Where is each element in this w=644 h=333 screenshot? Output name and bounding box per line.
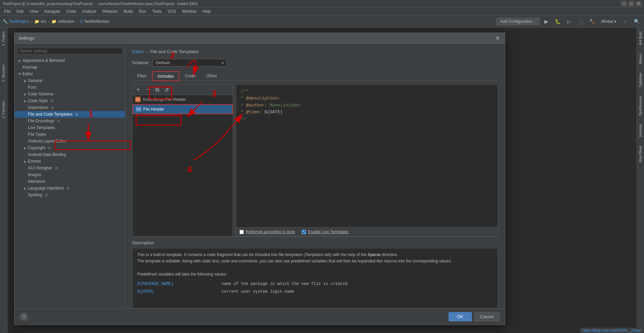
tree-label-file-types: File Types	[28, 132, 46, 137]
menu-vcs[interactable]: VCS	[165, 8, 179, 14]
copy-icon-file-code-templates: ⧉	[75, 112, 78, 117]
breadcrumb-reflection[interactable]: reflection	[58, 19, 74, 24]
scheme-select[interactable]: Default Project	[153, 59, 227, 67]
maven-tab[interactable]: Maven	[638, 51, 643, 67]
menu-build[interactable]: Build	[121, 8, 136, 14]
var-row-package: ${PACKAGE_NAME} name of the package in w…	[137, 280, 493, 288]
tree-item-spelling[interactable]: Spelling ⧉	[14, 192, 125, 198]
copy-icon-language-injections: ⧉	[67, 186, 69, 191]
add-template-button[interactable]: +	[135, 86, 142, 93]
live-templates-label[interactable]: Enable Live Templates	[308, 230, 349, 234]
tab-other[interactable]: Other	[201, 71, 222, 81]
stop-button[interactable]: ⬛	[576, 17, 585, 26]
left-side-tabs: 1: Project 2: Structure 2: Favorites	[0, 28, 7, 333]
tree-label-live-templates: Live Templates	[28, 125, 55, 130]
template-item-file-header[interactable]: FH File Header	[132, 104, 233, 114]
var-package-name: ${PACKAGE_NAME}	[137, 280, 222, 288]
menu-file[interactable]: File	[1, 8, 13, 14]
search-everywhere-button[interactable]: 🔍	[632, 17, 641, 26]
code-editor[interactable]: /** * @description: * @author: ManolinCo…	[236, 85, 498, 227]
ant-build-tab[interactable]: Ant Build	[638, 29, 643, 48]
project-tab[interactable]: 1: Project	[1, 29, 6, 48]
tab-code[interactable]: Code	[180, 71, 200, 81]
dialog-footer: ? OK Cancel	[14, 308, 505, 325]
tree-item-gui-designer[interactable]: GUI Designer ⧉	[14, 165, 125, 171]
breadcrumb-editor[interactable]: Editor	[132, 49, 144, 54]
jrebel-dropdown[interactable]: JRebel ▾	[599, 19, 618, 24]
template-list: AS ActionScript File Header FH File Head…	[132, 95, 233, 236]
template-item-actionscript[interactable]: AS ActionScript File Header	[132, 95, 233, 104]
tree-item-keymap[interactable]: Keymap	[14, 64, 125, 71]
menu-help[interactable]: Help	[200, 8, 214, 14]
sep1: ›	[31, 19, 32, 24]
tree-item-images[interactable]: Images	[14, 171, 125, 178]
ide-main: 1: Project 2: Structure 2: Favorites Set…	[0, 28, 644, 333]
add-configuration-button[interactable]: Add Configuration...	[496, 18, 539, 25]
code-line3: * @author: ManolinCoder	[241, 102, 493, 109]
tree-arrow-copyright: ▶	[24, 146, 27, 150]
reformat-label[interactable]: Reformat according to style	[246, 230, 295, 234]
tree-label-color-scheme: Color Scheme	[28, 92, 53, 96]
menu-view[interactable]: View	[27, 8, 41, 14]
live-templates-checkbox[interactable]	[302, 230, 306, 234]
menu-navigate[interactable]: Navigate	[42, 8, 63, 14]
menu-run[interactable]: Run	[136, 8, 149, 14]
menu-refactor[interactable]: Refactor	[100, 8, 120, 14]
tree-item-color-scheme[interactable]: ▶ Color Scheme	[14, 91, 125, 97]
debug-button[interactable]: 🐛	[553, 17, 562, 26]
dialog-title: Settings	[18, 36, 34, 41]
ok-button[interactable]: OK	[449, 312, 472, 321]
close-window-button[interactable]: ✕	[636, 1, 641, 6]
tree-item-live-templates[interactable]: Live Templates	[14, 124, 125, 131]
settings-search-input[interactable]	[20, 49, 120, 53]
copy-template-button[interactable]: ⧉	[153, 86, 161, 93]
database-tab[interactable]: Database	[638, 70, 643, 90]
menu-code[interactable]: Code	[64, 8, 79, 14]
tree-item-android-data[interactable]: Android Data Binding	[14, 151, 125, 158]
remove-template-button[interactable]: −	[144, 86, 151, 93]
favorites-tab[interactable]: 2: Favorites	[1, 98, 6, 121]
menu-edit[interactable]: Edit	[14, 8, 26, 14]
menu-window[interactable]: Window	[179, 8, 199, 14]
help-button[interactable]: ?	[20, 313, 28, 321]
menu-analyze[interactable]: Analyze	[79, 8, 99, 14]
update-button[interactable]: ↑	[620, 17, 630, 26]
cancel-button[interactable]: Cancel	[475, 312, 499, 321]
tree-item-code-style[interactable]: ▶ Code Style ⧉	[14, 97, 125, 104]
reset-template-button[interactable]: ↺	[163, 86, 170, 93]
reformat-checkbox[interactable]	[239, 230, 244, 234]
run-button[interactable]: ▶	[541, 17, 551, 26]
wordbook-tab[interactable]: Word Book	[638, 143, 643, 165]
breadcrumb-file[interactable]: TestReflection	[84, 19, 109, 24]
maximize-button[interactable]: □	[629, 1, 634, 6]
build-button[interactable]: 🔨	[587, 17, 597, 26]
tab-includes[interactable]: Includes	[152, 71, 179, 81]
menu-tools[interactable]: Tools	[150, 8, 164, 14]
tree-item-file-encodings[interactable]: File Encodings ⧉	[14, 118, 125, 124]
breadcrumb-src[interactable]: src	[41, 19, 46, 24]
tree-item-file-types[interactable]: File Types	[14, 131, 125, 138]
breadcrumb-path: Editor › File and Code Templates	[132, 49, 498, 54]
dialog-overlay: Settings ✕ ▶ Appearance & Behavior	[7, 28, 637, 333]
tree-item-emmet[interactable]: ▶ Emmet	[14, 158, 125, 165]
settings-search-box[interactable]	[17, 48, 122, 54]
tree-item-editor[interactable]: ▶ Editor	[14, 71, 125, 77]
run-with-coverage-button[interactable]: ▷	[564, 17, 574, 26]
dialog-close-button[interactable]: ✕	[494, 35, 501, 42]
tree-item-appearance[interactable]: ▶ Appearance & Behavior	[14, 57, 125, 64]
iectcode-tab[interactable]: Iectcode	[638, 122, 643, 140]
tree-item-intentions[interactable]: Intentions	[14, 178, 125, 185]
restservices-tab[interactable]: RestServices	[638, 93, 643, 118]
tree-item-inspections[interactable]: Inspections ⧉	[14, 104, 125, 111]
tree-item-file-code-templates[interactable]: File and Code Templates ⧉	[14, 111, 125, 118]
structure-tab[interactable]: 2: Structure	[1, 62, 6, 85]
tree-item-language-injections[interactable]: ▶ Language Injections ⧉	[14, 185, 125, 192]
tree-item-font[interactable]: Font	[14, 84, 125, 91]
tab-files[interactable]: Files	[132, 71, 151, 81]
tree-item-android-layout[interactable]: Android Layout Editor	[14, 138, 125, 144]
tree-item-general[interactable]: ▶ General	[14, 77, 125, 84]
project-name[interactable]: TestProject	[9, 19, 29, 24]
tree-label-language-injections: Language Injections	[28, 186, 64, 191]
minimize-button[interactable]: ─	[621, 1, 627, 6]
tree-item-copyright[interactable]: ▶ Copyright ⧉	[14, 144, 125, 151]
